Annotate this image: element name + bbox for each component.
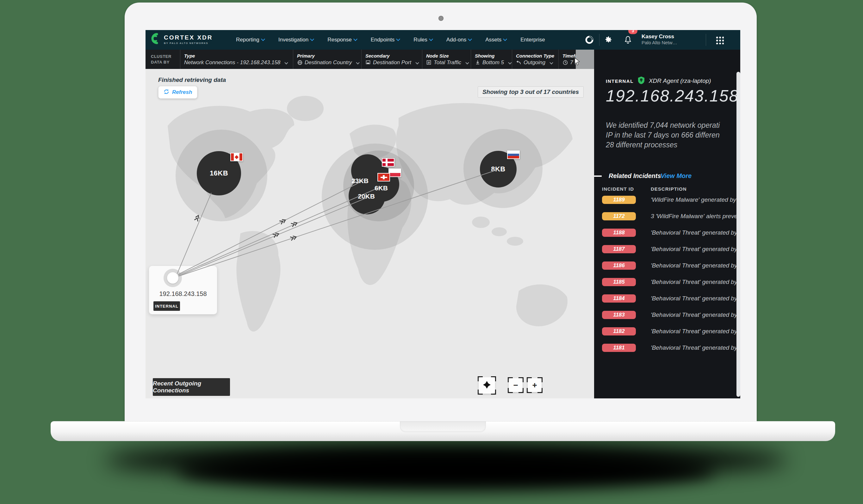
chevron-down-icon (468, 37, 472, 41)
brand-logo[interactable]: CORTEX XDR BY PALO ALTO NETWORKS (151, 33, 213, 46)
network-map[interactable]: 16KB 8KB 23KB 6KB 20KB 192.168.243.158 I… (146, 69, 594, 399)
corner-bracket (527, 377, 532, 382)
incident-row[interactable]: 1184 'Behavioral Threat' generated by XD… (602, 294, 736, 303)
chevron-down-icon (465, 61, 469, 64)
chevron-down-icon (353, 37, 358, 41)
laptop-base-notch (400, 421, 486, 432)
incident-id-badge[interactable]: 1189 (602, 196, 636, 204)
russia-flag-icon (507, 151, 520, 159)
user-account[interactable]: Kasey Cross Palo Alto Netw… (641, 34, 677, 46)
svg-text:B: B (428, 61, 430, 64)
app-screen: CORTEX XDR BY PALO ALTO NETWORKS Reporti… (146, 30, 740, 399)
menu-enterprise[interactable]: Enterprise (521, 37, 545, 43)
filter-type-dropdown[interactable]: Network Connections - 192.168.243.158 (184, 60, 293, 66)
bell-icon[interactable]: 3 (622, 30, 634, 50)
zoom-out-button[interactable]: − (509, 378, 523, 392)
incident-id-badge[interactable]: 1185 (602, 278, 636, 286)
cluster-label-6kb: 6KB (375, 184, 388, 192)
incident-list: 1189 'WildFire Malware' generated by XDR… (602, 196, 736, 352)
incident-description: 'Behavioral Threat' generated by XDR Ag (651, 328, 736, 335)
incident-description: 'Behavioral Threat' generated by XDR Ag (651, 295, 736, 302)
filter-type: Type Network Connections - 192.168.243.1… (180, 50, 293, 69)
app-grid-icon[interactable] (716, 36, 724, 44)
brand-tagline: BY PALO ALTO NETWORKS (164, 42, 213, 45)
crosshair-icon (483, 381, 491, 390)
filter-primary-dropdown[interactable]: Destination Country (297, 60, 361, 66)
cortex-logo-icon (151, 33, 161, 46)
view-more-link[interactable]: View More (661, 172, 691, 180)
incident-description: 'Behavioral Threat' generated by XDR Ag (651, 312, 736, 318)
filter-connection-type-dropdown[interactable]: Outgoing (516, 60, 558, 66)
chevron-down-icon (285, 61, 288, 64)
menu-assets[interactable]: Assets (485, 37, 506, 43)
clock-icon (562, 60, 568, 65)
chevron-down-icon (503, 37, 507, 41)
gear-icon[interactable] (602, 30, 614, 50)
incident-id-badge[interactable]: 1186 (602, 262, 636, 270)
filter-node-size-dropdown[interactable]: B Total Traffic (426, 60, 471, 66)
menu-rules[interactable]: Rules (413, 37, 432, 43)
chevron-down-icon (396, 37, 400, 41)
connection-lines (146, 69, 594, 399)
incident-id-badge[interactable]: 1183 (602, 311, 636, 319)
incident-row[interactable]: 1187 'Behavioral Threat' generated by XD… (602, 245, 736, 253)
incident-id-badge[interactable]: 1184 (602, 294, 636, 303)
column-incident-id: INCIDENT ID (602, 186, 634, 192)
cortex-mark-icon[interactable] (584, 30, 595, 50)
incident-row[interactable]: 1183 'Behavioral Threat' generated by XD… (602, 311, 736, 319)
incident-row[interactable]: 1185 'Behavioral Threat' generated by XD… (602, 278, 736, 286)
incident-id-badge[interactable]: 1188 (602, 229, 636, 237)
navbar-divider (706, 34, 706, 46)
switzerland-flag-icon (377, 173, 390, 181)
related-incidents-title: Related Incidents (609, 172, 661, 180)
menu-add-ons[interactable]: Add-ons (446, 37, 471, 43)
laptop-camera (438, 16, 443, 21)
corner-bracket (491, 390, 496, 394)
filter-secondary-dropdown[interactable]: Destination Port (365, 60, 422, 66)
incident-row[interactable]: 1186 'Behavioral Threat' generated by XD… (602, 262, 736, 270)
incident-id-badge[interactable]: 1182 (602, 327, 636, 336)
panel-ip-heading: 192.168.243.158 (606, 86, 739, 105)
plus-icon: + (532, 381, 537, 389)
denmark-flag-icon (382, 158, 395, 167)
chevron-down-icon (356, 61, 360, 64)
notification-badge[interactable]: 3 (628, 30, 637, 34)
cluster-label-23kb: 23KB (351, 177, 368, 185)
top-navbar: CORTEX XDR BY PALO ALTO NETWORKS Reporti… (146, 30, 740, 50)
corner-bracket (508, 377, 513, 382)
incident-id-badge[interactable]: 1181 (602, 344, 636, 352)
source-node[interactable] (167, 272, 178, 284)
recenter-button[interactable] (479, 377, 495, 394)
laptop-base (51, 421, 835, 441)
outgoing-arrow-icon (516, 60, 521, 65)
incident-row[interactable]: 1172 3 'WildFire Malware' alerts prevent… (602, 212, 736, 220)
source-node-ip: 192.168.243.158 (149, 290, 217, 298)
cluster-toolbar: CLUSTERDATA BY Type Network Connections … (146, 50, 594, 69)
cluster-data-by-label: CLUSTERDATA BY (146, 50, 180, 69)
incident-row[interactable]: 1181 'Behavioral Threat' generated by XD… (602, 344, 736, 352)
menu-endpoints[interactable]: Endpoints (371, 37, 400, 43)
incident-id-badge[interactable]: 1172 (602, 212, 636, 220)
incident-row[interactable]: 1189 'WildFire Malware' generated by XDR… (602, 196, 736, 204)
menu-investigation[interactable]: Investigation (278, 37, 313, 43)
menu-reporting[interactable]: Reporting (236, 37, 264, 43)
section-dash (594, 176, 602, 177)
corner-bracket (518, 388, 524, 393)
incident-description: 'Behavioral Threat' generated by XDR Ag (651, 246, 736, 253)
laptop-shadow-dark (177, 452, 715, 490)
chevron-down-icon (508, 61, 512, 64)
corner-bracket (537, 388, 542, 393)
column-description: DESCRIPTION (651, 186, 687, 192)
incident-id-badge[interactable]: 1187 (602, 245, 636, 253)
incident-description: 'Behavioral Threat' generated by XDR Ag (651, 344, 736, 351)
menu-response[interactable]: Response (327, 37, 357, 43)
panel-scrollbar[interactable] (736, 72, 740, 397)
filter-showing-dropdown[interactable]: Bottom 5 (475, 60, 512, 66)
detail-panel: INTERNAL XDR Agent (rza-laptop) 192.168.… (594, 50, 740, 399)
mouse-cursor-icon (575, 58, 581, 67)
corner-bracket (478, 390, 483, 394)
incident-row[interactable]: 1188 'Behavioral Threat' generated by XD… (602, 229, 736, 237)
incident-row[interactable]: 1182 'Behavioral Threat' generated by XD… (602, 327, 736, 336)
port-icon (365, 60, 371, 65)
zoom-in-button[interactable]: + (528, 378, 541, 392)
